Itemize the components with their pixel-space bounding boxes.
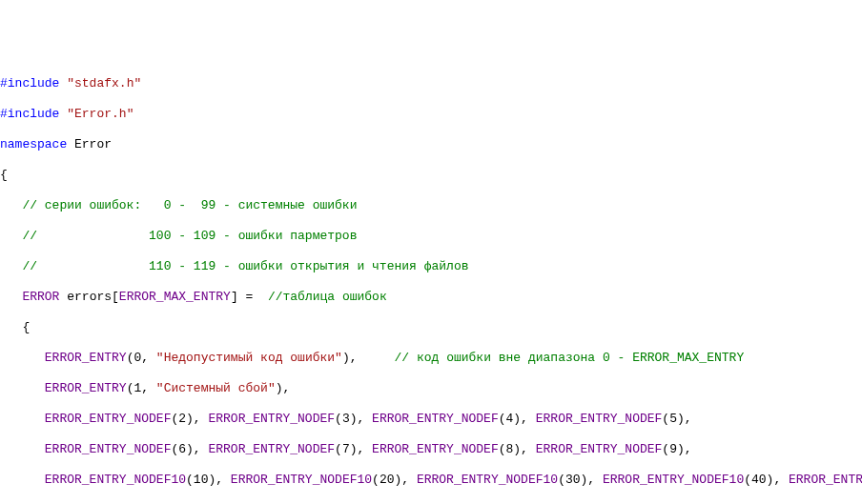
indent <box>0 473 45 487</box>
comment: // 100 - 109 - ошибки парметров <box>0 229 357 243</box>
code-line: { <box>0 320 862 335</box>
text: (40), <box>744 473 789 487</box>
macro: ERROR_ENTRY_NODEF <box>208 412 335 426</box>
code-editor[interactable]: #include "stdafx.h" #include "Error.h" n… <box>0 61 862 504</box>
code-line: ERROR_ENTRY_NODEF(6), ERROR_ENTRY_NODEF(… <box>0 442 862 457</box>
macro: ERROR_ENTRY_NODEF10 <box>603 473 744 487</box>
text: ] = <box>231 290 260 304</box>
code-line: ERROR_ENTRY(0, "Недопустимый код ошибки"… <box>0 351 862 366</box>
code-line: { <box>0 168 862 183</box>
brace: { <box>0 168 8 182</box>
macro: ERROR_ENTRY_NODEF <box>372 412 499 426</box>
comment: //таблица ошибок <box>260 290 387 304</box>
macro: ERROR_ENTRY_NODEF <box>536 442 663 456</box>
code-line: #include "stdafx.h" <box>0 76 862 91</box>
text: (8), <box>499 442 536 456</box>
text: (10), <box>186 473 231 487</box>
include-file: "Error.h" <box>67 107 133 121</box>
text: errors[ <box>59 290 118 304</box>
text: (5), <box>662 412 691 426</box>
string: "Системный сбой" <box>156 381 276 395</box>
text: ), <box>342 351 358 365</box>
ns-name: Error <box>74 137 112 151</box>
text: (9), <box>662 442 691 456</box>
text: ), <box>276 381 291 395</box>
macro: ERROR_ENTRY <box>45 381 127 395</box>
text: (7), <box>335 442 372 456</box>
text: (2), <box>171 412 208 426</box>
macro: ERROR_ENTRY_NODEF10 <box>45 473 186 487</box>
text: (20), <box>372 473 417 487</box>
code-line: ERROR errors[ERROR_MAX_ENTRY] = //таблиц… <box>0 290 862 305</box>
code-line: // серии ошибок: 0 - 99 - системные ошиб… <box>0 198 862 213</box>
macro: ERROR_ENTRY_NODEF <box>45 412 172 426</box>
macro: ERROR_MAX_ENTRY <box>119 290 231 304</box>
code-line: ERROR_ENTRY_NODEF10(10), ERROR_ENTRY_NOD… <box>0 473 862 488</box>
comment: // код ошибки вне диапазона 0 - ERROR_MA… <box>358 351 745 365</box>
macro: ERROR_ENTRY_NODEF <box>372 442 499 456</box>
macro: ERROR_ENTRY_NODEF <box>208 442 335 456</box>
indent <box>0 442 45 456</box>
brace: { <box>0 320 30 334</box>
macro: ERROR_ENTRY_NODEF10 <box>789 473 862 487</box>
text: (0, <box>127 351 156 365</box>
code-line: // 100 - 109 - ошибки парметров <box>0 229 862 244</box>
preproc: #include <box>0 107 67 121</box>
text: (1, <box>127 381 156 395</box>
macro: ERROR_ENTRY_NODEF10 <box>231 473 372 487</box>
macro: ERROR_ENTRY_NODEF <box>536 412 663 426</box>
indent <box>0 290 22 304</box>
comment: // серии ошибок: 0 - 99 - системные ошиб… <box>0 198 357 212</box>
macro: ERROR_ENTRY_NODEF10 <box>417 473 558 487</box>
indent <box>0 381 45 395</box>
text: (30), <box>558 473 603 487</box>
include-file: "stdafx.h" <box>67 76 141 91</box>
text: (3), <box>335 412 372 426</box>
type-name: ERROR <box>22 290 59 304</box>
preproc: #include <box>0 76 67 91</box>
text: (6), <box>171 442 208 456</box>
code-line: namespace Error <box>0 137 862 152</box>
code-line: ERROR_ENTRY(1, "Системный сбой"), <box>0 381 862 396</box>
indent <box>0 412 45 426</box>
keyword: namespace <box>0 137 74 151</box>
indent <box>0 351 45 365</box>
string: "Недопустимый код ошибки" <box>156 351 342 365</box>
comment: // 110 - 119 - ошибки открытия и чтения … <box>0 259 468 273</box>
code-line: ERROR_ENTRY_NODEF(2), ERROR_ENTRY_NODEF(… <box>0 412 862 427</box>
macro: ERROR_ENTRY <box>45 351 127 365</box>
code-line: // 110 - 119 - ошибки открытия и чтения … <box>0 259 862 274</box>
text: (4), <box>499 412 536 426</box>
macro: ERROR_ENTRY_NODEF <box>45 442 172 456</box>
code-line: #include "Error.h" <box>0 107 862 122</box>
